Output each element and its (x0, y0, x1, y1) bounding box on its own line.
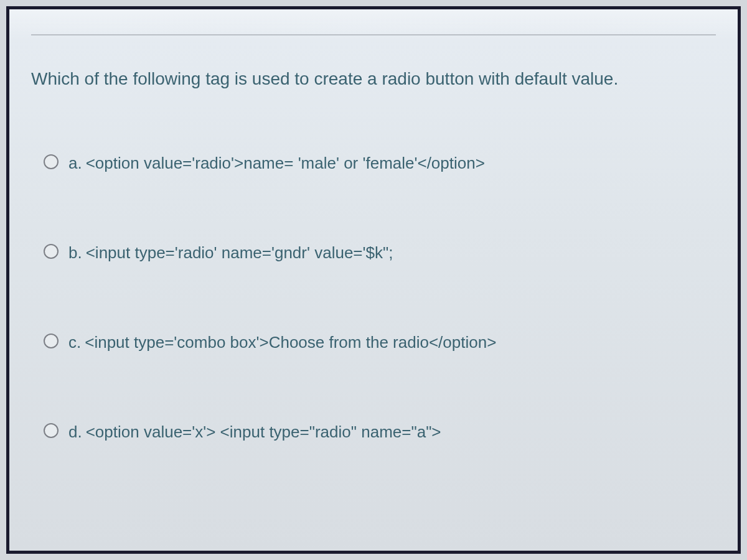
radio-icon[interactable] (44, 244, 59, 259)
option-b[interactable]: b. <input type='radio' name='gndr' value… (44, 243, 716, 264)
option-b-label: b. (68, 243, 82, 263)
option-d-text: <option value='x'> <input type="radio" n… (86, 422, 441, 443)
question-text: Which of the following tag is used to cr… (31, 67, 716, 91)
radio-icon[interactable] (44, 423, 59, 438)
option-d[interactable]: d. <option value='x'> <input type="radio… (44, 422, 716, 443)
option-b-text: <input type='radio' name='gndr' value='$… (86, 243, 393, 264)
option-d-content: d. <option value='x'> <input type="radio… (68, 422, 441, 443)
option-c-content: c. <input type='combo box'>Choose from t… (68, 332, 496, 353)
option-a-text: <option value='radio'>name= 'male' or 'f… (86, 153, 485, 174)
option-d-label: d. (68, 422, 82, 442)
top-divider (31, 34, 716, 35)
option-b-content: b. <input type='radio' name='gndr' value… (68, 243, 393, 264)
radio-icon[interactable] (44, 334, 59, 348)
option-a[interactable]: a. <option value='radio'>name= 'male' or… (44, 153, 716, 174)
option-c-text: <input type='combo box'>Choose from the … (85, 332, 496, 353)
radio-icon[interactable] (44, 154, 59, 169)
option-a-content: a. <option value='radio'>name= 'male' or… (68, 153, 485, 174)
option-c-label: c. (68, 333, 81, 352)
screen-glare (9, 9, 738, 40)
options-list: a. <option value='radio'>name= 'male' or… (31, 153, 716, 442)
option-a-label: a. (68, 154, 82, 173)
quiz-frame: Which of the following tag is used to cr… (6, 6, 741, 554)
option-c[interactable]: c. <input type='combo box'>Choose from t… (44, 332, 716, 353)
